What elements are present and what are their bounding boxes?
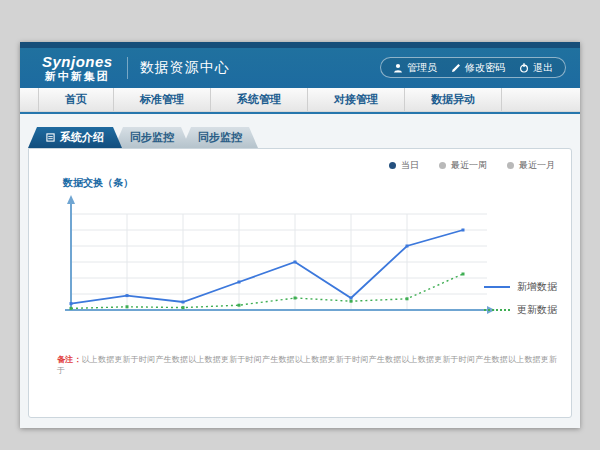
main-nav: 首页 标准管理 系统管理 对接管理 数据异动 [20, 88, 580, 112]
radio-dot-selected-icon [389, 162, 396, 169]
content-area: 系统介绍 同步监控 同步监控 当日 最近一周 [20, 114, 580, 428]
user-menu-admin[interactable]: 管理员 [393, 61, 437, 75]
radio-label: 最近一周 [451, 159, 487, 172]
solid-line-icon [484, 286, 510, 288]
change-password-label: 修改密码 [465, 61, 505, 75]
radio-label: 当日 [401, 159, 419, 172]
tab-label: 同步监控 [130, 130, 174, 145]
edit-icon [451, 63, 461, 73]
legend-label: 新增数据 [517, 280, 557, 294]
range-radio-group: 当日 最近一周 最近一月 [29, 149, 571, 172]
y-axis-title: 数据交换（条） [63, 176, 571, 190]
tab-system-intro[interactable]: 系统介绍 [28, 127, 122, 148]
note-prefix: 备注： [57, 355, 82, 364]
dotted-line-icon [484, 309, 510, 311]
logout-label: 退出 [533, 61, 553, 75]
note-text: 以上数据更新于时间产生数据以上数据更新于时间产生数据以上数据更新于时间产生数据以… [57, 355, 557, 375]
app-header: Synjones 新中新集团 数据资源中心 管理员 修改密码 [20, 48, 580, 88]
nav-item-interface-mgmt[interactable]: 对接管理 [308, 88, 405, 111]
nav-item-home[interactable]: 首页 [38, 88, 114, 111]
radio-dot-icon [439, 162, 446, 169]
series-legend: 新增数据 更新数据 [484, 280, 557, 317]
chart-wrap: 新增数据 更新数据 [35, 192, 571, 340]
legend-label: 更新数据 [517, 303, 557, 317]
app-window: Synjones 新中新集团 数据资源中心 管理员 修改密码 [20, 42, 580, 428]
tab-monitor-icon [46, 132, 55, 144]
nav-item-system-mgmt[interactable]: 系统管理 [211, 88, 308, 111]
tab-label: 系统介绍 [60, 130, 104, 145]
radio-last-week[interactable]: 最近一周 [439, 159, 487, 172]
nav-item-standard-mgmt[interactable]: 标准管理 [114, 88, 211, 111]
tab-label: 同步监控 [198, 130, 242, 145]
logo-text-cn: 新中新集团 [42, 71, 113, 82]
tab-bar: 系统介绍 同步监控 同步监控 [28, 127, 580, 148]
legend-item-new-data[interactable]: 新增数据 [484, 280, 557, 294]
tab-sync-monitor-1[interactable]: 同步监控 [114, 127, 190, 148]
legend-item-update-data[interactable]: 更新数据 [484, 303, 557, 317]
radio-last-month[interactable]: 最近一月 [507, 159, 555, 172]
logout-icon [519, 63, 529, 73]
header-divider [127, 57, 128, 79]
footer-note: 备注：以上数据更新于时间产生数据以上数据更新于时间产生数据以上数据更新于时间产生… [57, 354, 561, 376]
change-password-button[interactable]: 修改密码 [451, 61, 505, 75]
chart-panel: 当日 最近一周 最近一月 数据交换（条） 新增数据 [28, 148, 572, 418]
user-icon [393, 63, 403, 73]
nav-item-data-change[interactable]: 数据异动 [405, 88, 502, 111]
line-chart [35, 192, 535, 336]
company-logo: Synjones 新中新集团 [42, 54, 113, 82]
user-menu: 管理员 修改密码 退出 [380, 57, 566, 78]
radio-label: 最近一月 [519, 159, 555, 172]
logout-button[interactable]: 退出 [519, 61, 553, 75]
page-title: 数据资源中心 [140, 59, 230, 77]
radio-today[interactable]: 当日 [389, 159, 419, 172]
logo-text-en: Synjones [42, 54, 113, 69]
tab-sync-monitor-2[interactable]: 同步监控 [182, 127, 258, 148]
radio-dot-icon [507, 162, 514, 169]
user-menu-label: 管理员 [407, 61, 437, 75]
